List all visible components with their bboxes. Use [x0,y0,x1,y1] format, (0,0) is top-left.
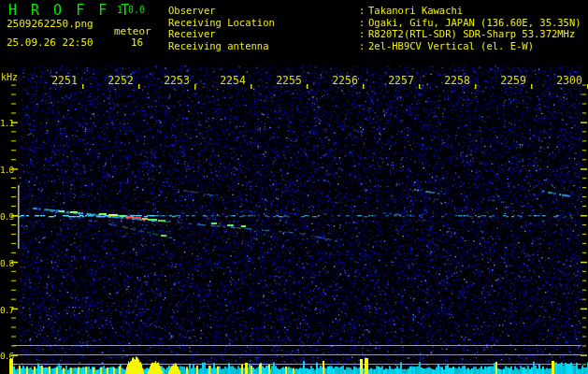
time-label-2300: 2300 [556,74,582,87]
time-label-2254: 2254 [220,74,246,87]
hrofft-window: H R O F F T 1.0.0 2509262250.png meteor … [0,0,588,374]
info-colon: : [359,5,368,17]
time-label-2257: 2257 [388,74,414,87]
info-label: Receiver [168,28,359,40]
time-label-2252: 2252 [108,74,134,87]
app-title: H R O F F T [8,2,132,19]
info-label: Receiving Location [168,17,359,29]
frequency-axis-unit: kHz [1,72,18,82]
time-label-2253: 2253 [164,74,190,87]
output-filename: 2509262250.png [7,18,93,30]
info-row-receiver: Receiver:R820T2(RTL-SDR) SDR-Sharp 53.37… [168,28,581,40]
info-colon: : [359,28,368,40]
freq-label-0.7khz: 0.7 [0,304,13,314]
freq-label-0.9khz: 0.9 [0,211,13,222]
time-label-2255: 2255 [276,74,302,87]
info-row-location: Receiving Location:Ogaki, Gifu, JAPAN (1… [168,17,581,29]
observation-datetime: 25.09.26 22:50 [7,36,93,49]
info-value: 2el-HB9CV Vertical (el. E-W) [368,40,534,52]
freq-label-1.1khz: 1.1 [0,118,13,128]
station-info-block: Observer:Takanori Kawachi Receiving Loca… [168,5,581,51]
time-label-2259: 2259 [500,74,526,87]
info-colon: : [359,40,368,52]
info-value: Ogaki, Gifu, JAPAN (136.60E, 35.35N) [368,17,581,29]
info-value: Takanori Kawachi [368,5,463,17]
time-label-2256: 2256 [332,74,358,87]
freq-label-0.6khz: 0.6 [0,351,13,361]
freq-label-1.0khz: 1.0 [0,165,13,175]
info-row-antenna: Receiving antenna:2el-HB9CV Vertical (el… [168,40,581,52]
info-label: Observer [168,5,359,17]
freq-label-0.8khz: 0.8 [0,257,13,267]
info-row-observer: Observer:Takanori Kawachi [168,5,581,17]
time-label-2258: 2258 [444,74,470,87]
spectrogram-canvas [0,0,588,374]
meteor-count: 16 [131,36,143,49]
time-label-2251: 2251 [51,74,78,87]
info-label: Receiving antenna [168,40,359,52]
info-value: R820T2(RTL-SDR) SDR-Sharp 53.372MHz [368,28,575,40]
info-colon: : [359,17,368,29]
app-version: 1.0.0 [117,5,145,15]
